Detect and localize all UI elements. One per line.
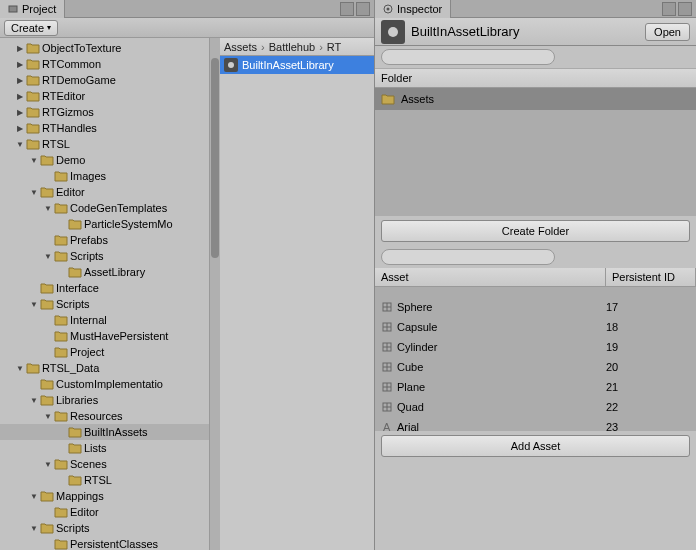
create-folder-button[interactable]: Create Folder	[381, 220, 690, 242]
inspector-header: BuiltInAssetLibrary Open	[375, 18, 696, 46]
tree-item[interactable]: Libraries	[0, 392, 209, 408]
asset-search-input[interactable]	[381, 249, 555, 265]
folder-icon	[26, 138, 40, 150]
expand-arrow-icon[interactable]	[42, 460, 54, 469]
tree-item[interactable]: Scripts	[0, 296, 209, 312]
project-tab[interactable]: Project	[0, 0, 65, 18]
folder-list[interactable]: Assets	[375, 88, 696, 216]
tree-item[interactable]: RTSL	[0, 136, 209, 152]
expand-arrow-icon[interactable]	[28, 188, 40, 197]
asset-id: 23	[600, 421, 690, 431]
expand-arrow-icon[interactable]	[14, 108, 26, 117]
table-row[interactable]: Cylinder19	[375, 337, 696, 357]
tree-item[interactable]: Scripts	[0, 520, 209, 536]
tree-item[interactable]: PersistentClasses	[0, 536, 209, 550]
expand-arrow-icon[interactable]	[28, 156, 40, 165]
tree-item[interactable]: Demo	[0, 152, 209, 168]
tree-item[interactable]: Project	[0, 344, 209, 360]
tree-item[interactable]: RTDemoGame	[0, 72, 209, 88]
tree-item-label: Scripts	[56, 298, 90, 310]
table-row[interactable]: Quad22	[375, 397, 696, 417]
tree-item[interactable]: RTHandles	[0, 120, 209, 136]
tree-item[interactable]: Editor	[0, 184, 209, 200]
create-button[interactable]: Create ▾	[4, 20, 58, 36]
expand-arrow-icon[interactable]	[14, 44, 26, 53]
expand-arrow-icon[interactable]	[28, 300, 40, 309]
asset-column-header[interactable]: Asset	[375, 268, 606, 286]
table-row[interactable]: Plane21	[375, 377, 696, 397]
tree-item[interactable]: RTGizmos	[0, 104, 209, 120]
lock-icon[interactable]	[662, 2, 676, 16]
menu-icon[interactable]	[678, 2, 692, 16]
tree-item[interactable]: AssetLibrary	[0, 264, 209, 280]
tree-item[interactable]: Lists	[0, 440, 209, 456]
expand-arrow-icon[interactable]	[14, 60, 26, 69]
tree-item[interactable]: CodeGenTemplates	[0, 200, 209, 216]
asset-search-bar	[375, 246, 696, 268]
tree-item[interactable]: CustomImplementatio	[0, 376, 209, 392]
tree-item-label: MustHavePersistent	[70, 330, 168, 342]
scrollbar-thumb[interactable]	[211, 58, 219, 258]
menu-icon[interactable]	[356, 2, 370, 16]
file-items[interactable]: BuiltInAssetLibrary	[220, 56, 374, 550]
tree-item[interactable]: RTSL	[0, 472, 209, 488]
expand-arrow-icon[interactable]	[28, 396, 40, 405]
table-row[interactable]: Sphere17	[375, 297, 696, 317]
breadcrumb-item[interactable]: Assets	[224, 41, 257, 53]
tree-item[interactable]: RTEditor	[0, 88, 209, 104]
folder-section-header: Folder	[375, 68, 696, 88]
open-button[interactable]: Open	[645, 23, 690, 41]
folder-tree[interactable]: ObjectToTextureRTCommonRTDemoGameRTEdito…	[0, 38, 210, 550]
svg-text:A: A	[383, 421, 391, 431]
tree-item[interactable]: RTCommon	[0, 56, 209, 72]
expand-arrow-icon[interactable]	[42, 252, 54, 261]
expand-arrow-icon[interactable]	[28, 524, 40, 533]
tree-item[interactable]: RTSL_Data	[0, 360, 209, 376]
tree-item[interactable]: Mappings	[0, 488, 209, 504]
mesh-icon	[381, 321, 393, 333]
tree-item[interactable]: MustHavePersistent	[0, 328, 209, 344]
panel-options	[340, 2, 374, 16]
tree-item[interactable]: Prefabs	[0, 232, 209, 248]
folder-search-input[interactable]	[381, 49, 555, 65]
expand-arrow-icon[interactable]	[14, 140, 26, 149]
inspector-tab[interactable]: Inspector	[375, 0, 451, 18]
breadcrumb-item[interactable]: Battlehub	[269, 41, 315, 53]
folder-item[interactable]: Assets	[375, 88, 696, 110]
tree-item[interactable]: Interface	[0, 280, 209, 296]
expand-arrow-icon[interactable]	[42, 204, 54, 213]
expand-arrow-icon[interactable]	[14, 364, 26, 373]
scrollbar[interactable]	[210, 38, 220, 550]
expand-arrow-icon[interactable]	[28, 492, 40, 501]
asset-id: 18	[600, 321, 690, 333]
expand-arrow-icon[interactable]	[14, 92, 26, 101]
table-row[interactable]: Cube20	[375, 357, 696, 377]
tree-item[interactable]: ParticleSystemMo	[0, 216, 209, 232]
id-column-header[interactable]: Persistent ID	[606, 268, 696, 286]
tree-item[interactable]: Scripts	[0, 248, 209, 264]
file-item[interactable]: BuiltInAssetLibrary	[220, 56, 374, 74]
add-asset-button[interactable]: Add Asset	[381, 435, 690, 457]
table-header: Asset Persistent ID	[375, 268, 696, 287]
lock-icon[interactable]	[340, 2, 354, 16]
tree-item[interactable]: Resources	[0, 408, 209, 424]
breadcrumb-item[interactable]: RT	[327, 41, 341, 53]
expand-arrow-icon[interactable]	[42, 412, 54, 421]
folder-icon	[54, 314, 68, 326]
inspector-panel: Inspector BuiltInAssetLibrary Open Folde…	[375, 0, 696, 550]
asset-table-body[interactable]: Sphere17Capsule18Cylinder19Cube20Plane21…	[375, 287, 696, 431]
tree-item[interactable]: Images	[0, 168, 209, 184]
tree-item[interactable]: Editor	[0, 504, 209, 520]
tree-item[interactable]: ObjectToTexture	[0, 40, 209, 56]
tree-item[interactable]: Scenes	[0, 456, 209, 472]
expand-arrow-icon[interactable]	[14, 76, 26, 85]
table-row[interactable]: Capsule18	[375, 317, 696, 337]
breadcrumb[interactable]: Assets › Battlehub › RT	[220, 38, 374, 56]
tree-item[interactable]: BuiltInAssets	[0, 424, 209, 440]
asset-name: Capsule	[397, 321, 437, 333]
tree-item[interactable]: Internal	[0, 312, 209, 328]
expand-arrow-icon[interactable]	[14, 124, 26, 133]
table-row[interactable]	[375, 287, 696, 297]
folder-icon	[40, 394, 54, 406]
table-row[interactable]: AArial23	[375, 417, 696, 431]
